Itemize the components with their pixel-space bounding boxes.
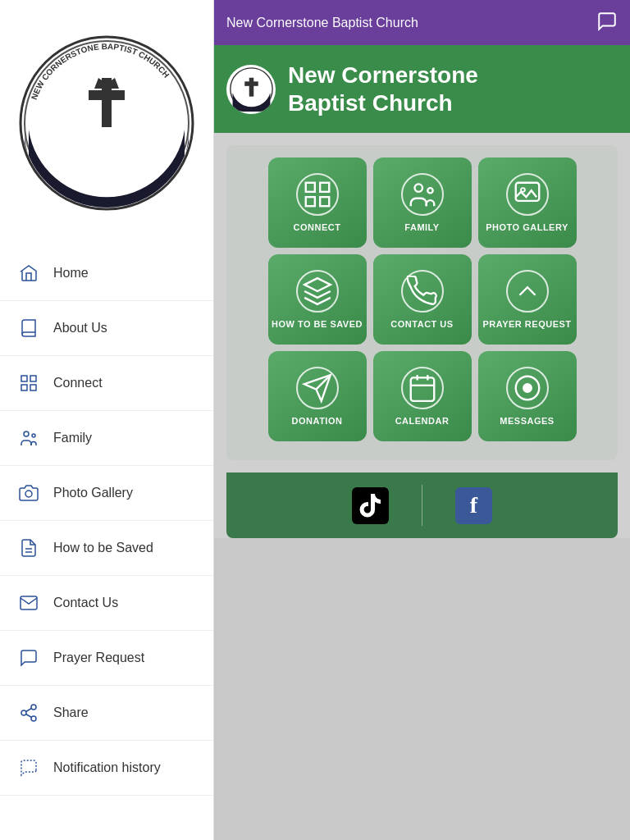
sidebar-item-about-us-label: About Us bbox=[53, 321, 107, 336]
sidebar-item-share-label: Share bbox=[53, 705, 89, 720]
grid-row-2: HOW TO BE SAVED CONTACT US PRAYER REQUES… bbox=[239, 254, 605, 345]
tiktok-button[interactable] bbox=[352, 487, 389, 524]
contact-us-label: CONTACT US bbox=[390, 319, 453, 329]
topbar-chat-icon[interactable] bbox=[596, 11, 618, 35]
envelope-icon bbox=[16, 591, 41, 615]
prayer-request-label: PRAYER REQUEST bbox=[482, 319, 571, 329]
notification-history-icon bbox=[16, 756, 41, 780]
calendar-icon bbox=[401, 367, 444, 409]
messages-icon bbox=[506, 367, 549, 409]
sidebar-item-notification-history[interactable]: Notification history bbox=[0, 741, 213, 796]
svg-point-30 bbox=[414, 185, 422, 193]
social-bar: f bbox=[226, 472, 618, 538]
church-name: New Cornerstone Baptist Church bbox=[288, 62, 478, 116]
svg-rect-11 bbox=[30, 385, 36, 390]
sidebar-item-notification-history-label: Notification history bbox=[53, 760, 161, 775]
connect-button[interactable]: CONNECT bbox=[268, 158, 367, 248]
connect-label: CONNECT bbox=[294, 222, 341, 232]
svg-line-21 bbox=[26, 709, 32, 712]
sidebar-nav: Home About Us Connect Family bbox=[0, 246, 213, 840]
svg-point-41 bbox=[523, 384, 532, 392]
svg-point-12 bbox=[24, 431, 29, 436]
donation-button[interactable]: DONATION bbox=[268, 351, 367, 441]
family-button[interactable]: FAMILY bbox=[373, 158, 472, 248]
svg-rect-29 bbox=[320, 197, 329, 206]
sidebar-item-how-to-be-saved[interactable]: How to be Saved bbox=[0, 521, 213, 576]
svg-rect-4 bbox=[89, 90, 125, 100]
sidebar-item-about-us[interactable]: About Us bbox=[0, 301, 213, 356]
document-icon bbox=[16, 536, 41, 560]
bottom-area bbox=[214, 538, 630, 840]
social-divider bbox=[422, 485, 422, 526]
church-header: Peoria, IL New Cornerstone Baptist Churc… bbox=[214, 45, 630, 133]
calendar-label: CALENDAR bbox=[395, 416, 450, 426]
sidebar-item-prayer-request-label: Prayer Request bbox=[53, 651, 144, 665]
calendar-button[interactable]: CALENDAR bbox=[373, 351, 472, 441]
prayer-request-button[interactable]: PRAYER REQUEST bbox=[478, 254, 577, 345]
chat-bubble-icon bbox=[16, 646, 41, 670]
svg-text:Peoria, IL: Peoria, IL bbox=[243, 101, 260, 105]
svg-point-13 bbox=[32, 434, 35, 437]
svg-rect-24 bbox=[244, 81, 258, 86]
family-label: FAMILY bbox=[404, 222, 439, 232]
topbar: New Cornerstone Baptist Church bbox=[214, 0, 630, 45]
facebook-button[interactable]: f bbox=[455, 487, 492, 524]
book-icon bbox=[16, 316, 41, 340]
sidebar-item-photo-gallery[interactable]: Photo Gallery bbox=[0, 466, 213, 521]
photo-gallery-button[interactable]: PHOTO GALLERY bbox=[478, 158, 577, 248]
sidebar-item-connect[interactable]: Connect bbox=[0, 356, 213, 411]
svg-text:Peoria, Illinois: Peoria, Illinois bbox=[84, 178, 130, 186]
how-to-be-saved-button[interactable]: HOW TO BE SAVED bbox=[268, 254, 367, 345]
sidebar-item-connect-label: Connect bbox=[53, 376, 103, 390]
messages-label: MESSAGES bbox=[500, 416, 554, 426]
photo-gallery-icon bbox=[506, 173, 549, 216]
svg-rect-36 bbox=[410, 378, 434, 402]
svg-rect-8 bbox=[21, 376, 27, 381]
svg-text:Ephesians 2:19-20: Ephesians 2:19-20 bbox=[75, 164, 139, 172]
sidebar-item-how-to-be-saved-label: How to be Saved bbox=[53, 541, 153, 555]
svg-point-17 bbox=[31, 705, 36, 710]
grid-icon bbox=[16, 371, 41, 395]
svg-rect-23 bbox=[249, 78, 253, 97]
sidebar-item-home[interactable]: Home bbox=[0, 246, 213, 301]
saved-icon bbox=[296, 270, 339, 313]
svg-line-20 bbox=[26, 714, 32, 718]
sidebar-item-contact-us-label: Contact Us bbox=[53, 596, 118, 610]
sidebar-item-prayer-request[interactable]: Prayer Request bbox=[0, 631, 213, 686]
sidebar-item-contact-us[interactable]: Contact Us bbox=[0, 576, 213, 631]
svg-rect-27 bbox=[320, 183, 329, 192]
sidebar-logo: NEW CORNERSTONE BAPTIST CHURCH Ephesians… bbox=[0, 0, 213, 246]
donation-label: DONATION bbox=[292, 416, 343, 426]
svg-rect-9 bbox=[30, 376, 36, 381]
main-content: New Cornerstone Baptist Church Peoria, I… bbox=[214, 0, 630, 840]
svg-point-31 bbox=[427, 188, 432, 193]
grid-container: CONNECT FAMILY PHOTO GALLERY HOW bbox=[226, 145, 618, 460]
sidebar-item-family-label: Family bbox=[53, 431, 92, 445]
church-name-block: New Cornerstone Baptist Church bbox=[288, 62, 478, 116]
phone-icon bbox=[401, 270, 444, 313]
prayer-icon bbox=[506, 270, 549, 313]
family-icon bbox=[16, 426, 41, 450]
sidebar-item-family[interactable]: Family bbox=[0, 411, 213, 466]
church-logo-small: Peoria, IL bbox=[226, 65, 276, 114]
sidebar-item-share[interactable]: Share bbox=[0, 686, 213, 741]
connect-icon bbox=[296, 173, 339, 216]
svg-point-33 bbox=[521, 188, 525, 192]
svg-rect-32 bbox=[515, 183, 539, 201]
camera-icon bbox=[16, 481, 41, 505]
messages-button[interactable]: MESSAGES bbox=[478, 351, 577, 441]
donation-icon bbox=[296, 367, 339, 409]
svg-rect-28 bbox=[305, 197, 314, 206]
sidebar-item-home-label: Home bbox=[53, 266, 89, 281]
share-icon bbox=[16, 701, 41, 725]
grid-row-3: DONATION CALENDAR MESSAGES bbox=[239, 351, 605, 441]
sidebar: NEW CORNERSTONE BAPTIST CHURCH Ephesians… bbox=[0, 0, 214, 840]
photo-gallery-label: PHOTO GALLERY bbox=[486, 222, 568, 232]
sidebar-item-photo-gallery-label: Photo Gallery bbox=[53, 486, 133, 500]
svg-point-14 bbox=[25, 491, 32, 497]
family-grid-icon bbox=[401, 173, 444, 216]
svg-point-19 bbox=[31, 716, 36, 721]
contact-us-button[interactable]: CONTACT US bbox=[373, 254, 472, 345]
svg-point-18 bbox=[21, 710, 26, 715]
grid-row-1: CONNECT FAMILY PHOTO GALLERY bbox=[239, 158, 605, 248]
